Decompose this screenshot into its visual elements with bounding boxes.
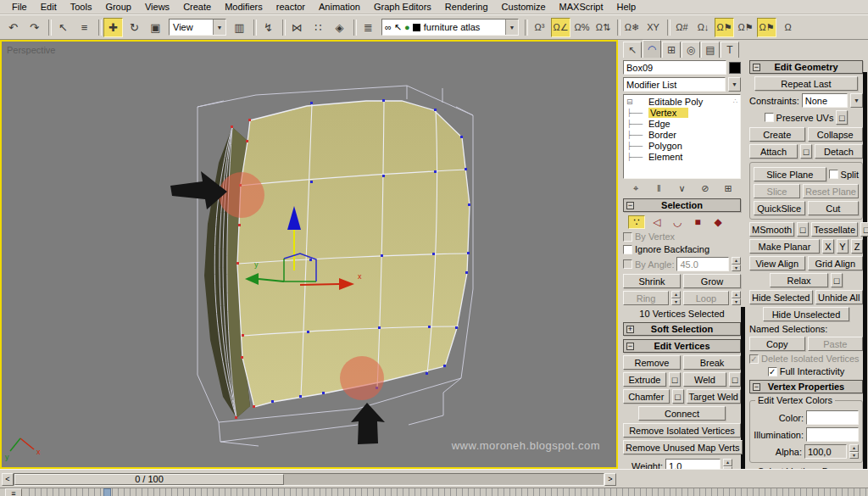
repeat-last-button[interactable]: Repeat Last bbox=[754, 76, 858, 91]
quickslice-button[interactable]: QuickSlice bbox=[754, 201, 805, 215]
toolbar-separator[interactable] bbox=[351, 18, 357, 37]
face-snap-icon[interactable]: Ω⚑ bbox=[736, 18, 755, 37]
target-weld-button[interactable]: Target Weld bbox=[687, 389, 742, 404]
cut-button[interactable]: Cut bbox=[808, 201, 860, 215]
full-interactivity-checkbox[interactable] bbox=[768, 367, 777, 376]
toolbar-separator[interactable] bbox=[615, 18, 620, 37]
tab-modify[interactable]: ◠ bbox=[643, 40, 661, 58]
toolbar-separator[interactable] bbox=[46, 18, 52, 37]
menu-item[interactable]: Tools bbox=[64, 1, 99, 13]
make-planar-button[interactable]: Make Planar bbox=[749, 239, 820, 254]
tab-display[interactable]: ▤ bbox=[701, 42, 720, 58]
menu-item[interactable]: Customize bbox=[495, 1, 553, 13]
modifier-list-dropdown[interactable]: Modifier List bbox=[623, 77, 726, 92]
select-and-move-icon[interactable]: ✚ bbox=[103, 18, 123, 37]
toolbar-separator[interactable] bbox=[96, 18, 102, 37]
make-unique-icon[interactable]: ∨ bbox=[675, 181, 690, 195]
named-selection-sets-dropdown[interactable]: ∞ ↖ ● furniture atlas ▼ bbox=[381, 19, 519, 36]
grid-snap-icon[interactable]: Ω# bbox=[672, 18, 692, 37]
menu-item[interactable]: Modifiers bbox=[218, 1, 270, 13]
stack-subobject-row[interactable]: ├── Element bbox=[624, 151, 740, 162]
split-checkbox[interactable] bbox=[829, 170, 838, 179]
ring-button[interactable]: Ring bbox=[623, 291, 669, 305]
menu-item[interactable]: Create bbox=[176, 1, 218, 13]
use-pivot-point-center-icon[interactable]: ▥ bbox=[230, 18, 249, 37]
relax-settings-button[interactable]: □ bbox=[831, 273, 843, 287]
reference-coordinate-dropdown[interactable]: View ▼ bbox=[169, 19, 226, 36]
msmooth-button[interactable]: MSmooth bbox=[749, 222, 794, 237]
soft-selection-rollout-header[interactable]: + Soft Selection bbox=[623, 322, 741, 336]
edit-geometry-rollout-header[interactable]: − Edit Geometry bbox=[749, 60, 863, 74]
vertex-subobject-icon[interactable]: ∵ bbox=[628, 215, 645, 229]
stack-subobject-row[interactable]: ├── Border bbox=[624, 129, 740, 140]
remove-modifier-icon[interactable]: ⊘ bbox=[698, 181, 713, 195]
alpha-field[interactable]: 100,0 bbox=[804, 444, 847, 459]
slice-button[interactable]: Slice bbox=[754, 184, 800, 198]
redo-icon[interactable]: ↷ bbox=[25, 18, 44, 37]
attach-settings-button[interactable]: □ bbox=[800, 144, 812, 159]
by-vertex-checkbox[interactable] bbox=[623, 232, 632, 242]
track-bar-handle[interactable] bbox=[103, 488, 111, 496]
edge-subobject-icon[interactable]: ◁ bbox=[648, 215, 665, 229]
vertex-color-swatch[interactable] bbox=[806, 410, 859, 425]
toolbar-separator[interactable] bbox=[251, 18, 257, 37]
detach-button[interactable]: Detach bbox=[815, 144, 863, 159]
extrude-settings-button[interactable]: □ bbox=[669, 372, 681, 387]
grid-align-button[interactable]: Grid Align bbox=[808, 256, 864, 270]
make-planar-z-button[interactable]: Z bbox=[851, 239, 863, 254]
unhide-all-button[interactable]: Unhide All bbox=[815, 290, 864, 304]
by-angle-checkbox[interactable] bbox=[623, 259, 632, 269]
tab-create[interactable]: ↖ bbox=[623, 42, 642, 58]
pin-stack-icon[interactable]: ⌖ bbox=[628, 181, 643, 195]
tab-motion[interactable]: ◎ bbox=[682, 42, 700, 58]
chamfer-settings-button[interactable]: □ bbox=[672, 389, 684, 404]
next-frame-button[interactable]: > bbox=[604, 473, 616, 486]
toolbar-separator[interactable] bbox=[665, 18, 670, 37]
view-align-button[interactable]: View Align bbox=[749, 256, 805, 270]
menu-item[interactable]: MAXScript bbox=[553, 1, 610, 13]
ignore-backfacing-checkbox[interactable] bbox=[623, 245, 632, 254]
break-button[interactable]: Break bbox=[683, 355, 741, 370]
object-name-field[interactable]: Box09 bbox=[623, 60, 726, 75]
weld-settings-button[interactable]: □ bbox=[729, 372, 741, 387]
angle-spinner[interactable]: ▴▾ bbox=[732, 257, 741, 271]
vertex-snap-icon[interactable]: Ω↓ bbox=[693, 18, 713, 37]
midpoint-snap-icon[interactable]: Ω bbox=[778, 18, 798, 37]
reset-plane-button[interactable]: Reset Plane bbox=[803, 184, 859, 198]
viewport-label[interactable]: Perspective bbox=[7, 45, 55, 55]
time-slider-track[interactable]: 0 / 100 bbox=[14, 473, 604, 486]
connect-button[interactable]: Connect bbox=[638, 406, 726, 421]
remove-unused-map-verts-button[interactable]: Remove Unused Map Verts bbox=[623, 440, 743, 454]
selection-rollout-header[interactable]: − Selection bbox=[623, 198, 741, 212]
menu-item[interactable]: reactor bbox=[270, 1, 312, 13]
axis-constraint-xy-icon[interactable]: XY bbox=[643, 18, 663, 37]
copy-button[interactable]: Copy bbox=[749, 337, 805, 351]
paste-button[interactable]: Paste bbox=[808, 337, 864, 351]
menu-item[interactable]: Views bbox=[138, 1, 176, 13]
endpoint-snap-icon[interactable]: Ω⚑ bbox=[757, 18, 776, 37]
select-and-manipulate-icon[interactable]: ↯ bbox=[259, 18, 278, 37]
element-subobject-icon[interactable]: ◆ bbox=[709, 215, 726, 229]
tessellate-settings-button[interactable]: □ bbox=[860, 222, 868, 237]
menu-item[interactable]: Animation bbox=[312, 1, 367, 13]
mini-curve-editor-button[interactable]: ≡ bbox=[5, 488, 22, 496]
spinner-snap-icon[interactable]: Ω⇅ bbox=[593, 18, 613, 37]
layer-manager-icon[interactable]: ≣ bbox=[359, 18, 378, 37]
perspective-viewport[interactable]: x y x y www.moroneh.blogspot.com Perspec… bbox=[0, 40, 618, 469]
show-end-result-icon[interactable]: ‖ bbox=[651, 181, 666, 195]
tessellate-button[interactable]: Tessellate bbox=[811, 222, 858, 237]
previous-frame-button[interactable]: < bbox=[2, 473, 14, 486]
delete-isolated-vertices-checkbox[interactable] bbox=[749, 354, 759, 364]
menu-item[interactable]: Edit bbox=[34, 1, 64, 13]
undo-icon[interactable]: ↶ bbox=[3, 18, 23, 37]
vertex-illumination-swatch[interactable] bbox=[806, 427, 859, 442]
hide-selected-button[interactable]: Hide Selected bbox=[749, 290, 813, 304]
stack-row-editable-poly[interactable]: ⊟ Editable Poly ∴ bbox=[624, 96, 740, 107]
alpha-spinner[interactable]: ▴▾ bbox=[849, 444, 859, 459]
array-icon[interactable]: ∷ bbox=[309, 18, 328, 37]
stack-subobject-row[interactable]: ├── Edge bbox=[624, 118, 740, 129]
make-planar-x-button[interactable]: X bbox=[822, 239, 834, 254]
menu-item[interactable]: File bbox=[5, 1, 34, 13]
time-slider-handle[interactable]: 0 / 100 bbox=[14, 474, 284, 485]
menu-item[interactable]: Rendering bbox=[438, 1, 495, 13]
